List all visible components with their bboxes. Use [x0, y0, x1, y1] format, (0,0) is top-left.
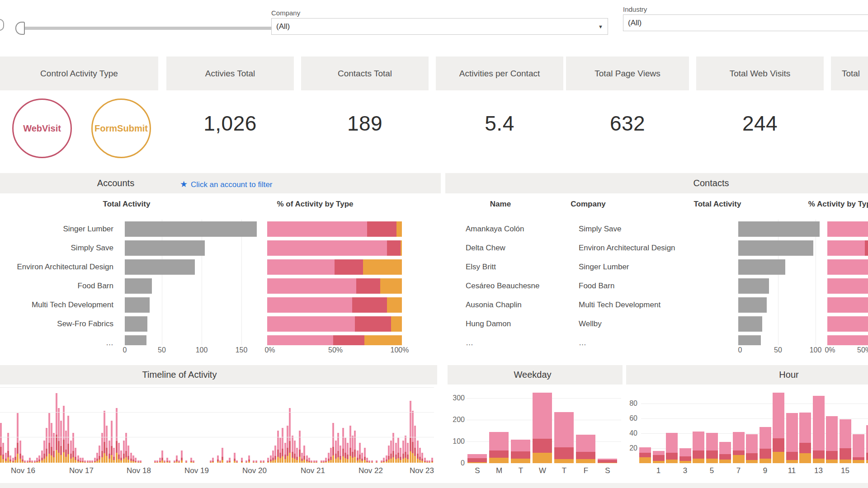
timeline-bar[interactable] — [24, 460, 26, 463]
hour-bar[interactable] — [679, 310, 691, 463]
timeline-bar[interactable] — [386, 455, 387, 463]
timeline-bar[interactable] — [118, 443, 120, 463]
timeline-bar[interactable] — [272, 450, 274, 463]
account-total-activity-bar[interactable] — [125, 297, 150, 313]
timeline-bar[interactable] — [77, 455, 79, 463]
timeline-bar[interactable] — [43, 441, 45, 463]
timeline-bar[interactable] — [323, 460, 325, 463]
timeline-bar[interactable] — [222, 448, 223, 463]
timeline-bar[interactable] — [19, 441, 21, 463]
timeline-bar[interactable] — [340, 446, 341, 463]
timeline-bar[interactable] — [164, 460, 165, 463]
timeline-bar[interactable] — [419, 448, 421, 463]
webvisit-filter-circle[interactable]: WebVisit — [12, 99, 72, 158]
timeline-bar[interactable] — [5, 453, 7, 463]
timeline-bar[interactable] — [426, 460, 428, 463]
timeline-bar[interactable] — [217, 455, 219, 463]
timeline-bar[interactable] — [308, 458, 310, 463]
account-pct-stacked-bar[interactable] — [267, 316, 402, 332]
timeline-bar[interactable] — [407, 443, 409, 463]
timeline-bar[interactable] — [159, 458, 161, 463]
timeline-bar[interactable] — [383, 458, 385, 463]
timeline-bar[interactable] — [123, 441, 125, 463]
timeline-bar[interactable] — [397, 438, 399, 463]
hour-bar[interactable] — [639, 310, 651, 463]
timeline-bar[interactable] — [349, 426, 351, 463]
timeline-bar[interactable] — [357, 450, 359, 463]
timeline-bar[interactable] — [431, 458, 433, 463]
timeline-bar[interactable] — [70, 441, 72, 463]
timeline-bar[interactable] — [279, 438, 281, 463]
timeline-bar[interactable] — [402, 441, 404, 463]
weekday-bar[interactable] — [511, 310, 530, 463]
timeline-bar[interactable] — [366, 458, 368, 463]
hour-bar[interactable] — [853, 310, 864, 463]
timeline-bar[interactable] — [400, 448, 401, 463]
timeline-bar[interactable] — [12, 458, 14, 463]
hour-bar[interactable] — [760, 310, 771, 463]
company-filter-dropdown[interactable]: (All) ▼ — [271, 18, 608, 35]
timeline-bar[interactable] — [130, 453, 132, 463]
timeline-bar[interactable] — [212, 458, 214, 463]
timeline-bar[interactable] — [296, 448, 298, 463]
contact-row[interactable]: Amankaya ColónSimply Save — [445, 220, 868, 239]
timeline-bar[interactable] — [335, 441, 337, 463]
account-total-activity-bar[interactable] — [125, 278, 152, 294]
timeline-bar[interactable] — [342, 428, 344, 463]
date-slider-handle-left[interactable] — [15, 22, 25, 35]
timeline-bar[interactable] — [178, 460, 180, 463]
timeline-bar[interactable] — [328, 453, 330, 463]
timeline-bar[interactable] — [36, 458, 38, 463]
timeline-bar[interactable] — [63, 406, 65, 463]
contact-row[interactable]: Delta ChewEnviron Architectural Design — [445, 239, 868, 258]
hour-bar[interactable] — [666, 310, 678, 463]
timeline-bar[interactable] — [332, 423, 334, 463]
hour-bar[interactable] — [826, 310, 838, 463]
timeline-bar[interactable] — [135, 458, 137, 463]
timeline-bar[interactable] — [263, 460, 264, 463]
timeline-bar[interactable] — [303, 446, 305, 463]
hour-bar[interactable] — [746, 310, 758, 463]
timeline-bar[interactable] — [67, 416, 69, 463]
timeline-bar[interactable] — [161, 450, 163, 463]
timeline-bar[interactable] — [60, 421, 62, 463]
timeline-bar[interactable] — [166, 458, 168, 463]
timeline-bar[interactable] — [174, 460, 175, 463]
timeline-bar[interactable] — [27, 460, 28, 463]
timeline-bar[interactable] — [91, 460, 93, 463]
timeline-bar[interactable] — [274, 446, 276, 463]
timeline-bar[interactable] — [241, 458, 243, 463]
hour-bar[interactable] — [773, 310, 784, 463]
timeline-bar[interactable] — [248, 455, 250, 463]
timeline-bar[interactable] — [277, 431, 279, 463]
account-total-activity-bar[interactable] — [125, 259, 195, 275]
hour-bar[interactable] — [733, 310, 745, 463]
timeline-bar[interactable] — [361, 453, 363, 463]
timeline-bar[interactable] — [193, 460, 194, 463]
hour-bar[interactable] — [706, 310, 718, 463]
account-row[interactable]: Multi Tech Development — [0, 296, 441, 314]
timeline-bar[interactable] — [190, 458, 192, 463]
timeline-bar[interactable] — [14, 448, 16, 463]
timeline-bar[interactable] — [267, 458, 269, 463]
timeline-bar[interactable] — [395, 443, 397, 463]
contact-total-activity-bar[interactable] — [738, 240, 813, 256]
timeline-bar[interactable] — [46, 428, 47, 463]
account-total-activity-bar[interactable] — [125, 240, 205, 256]
weekday-bar[interactable] — [554, 310, 574, 463]
timeline-bar[interactable] — [253, 460, 255, 463]
timeline-bar[interactable] — [106, 426, 108, 463]
timeline-bar[interactable] — [132, 455, 134, 463]
account-row[interactable]: Sew-Fro Fabrics — [0, 314, 441, 333]
timeline-bar[interactable] — [41, 450, 43, 463]
contact-pct-stacked-bar[interactable] — [827, 259, 868, 275]
timeline-bar[interactable] — [154, 460, 156, 463]
timeline-bar[interactable] — [313, 460, 315, 463]
timeline-bar[interactable] — [229, 458, 231, 463]
timeline-bar[interactable] — [75, 448, 76, 463]
timeline-bar[interactable] — [301, 453, 303, 463]
timeline-bar[interactable] — [219, 460, 221, 463]
account-pct-stacked-bar[interactable] — [267, 335, 402, 345]
timeline-bar[interactable] — [245, 460, 247, 463]
timeline-bar[interactable] — [390, 441, 392, 463]
